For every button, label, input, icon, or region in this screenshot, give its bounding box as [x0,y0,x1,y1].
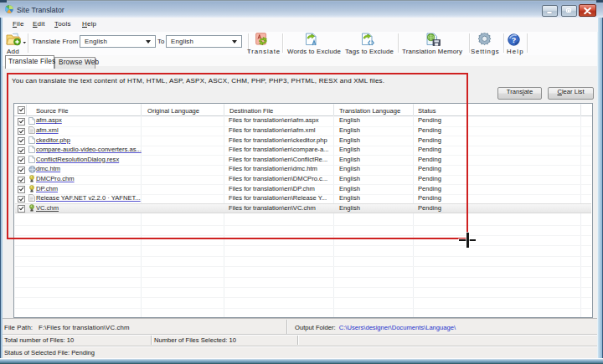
svg-text:?: ? [512,35,517,44]
